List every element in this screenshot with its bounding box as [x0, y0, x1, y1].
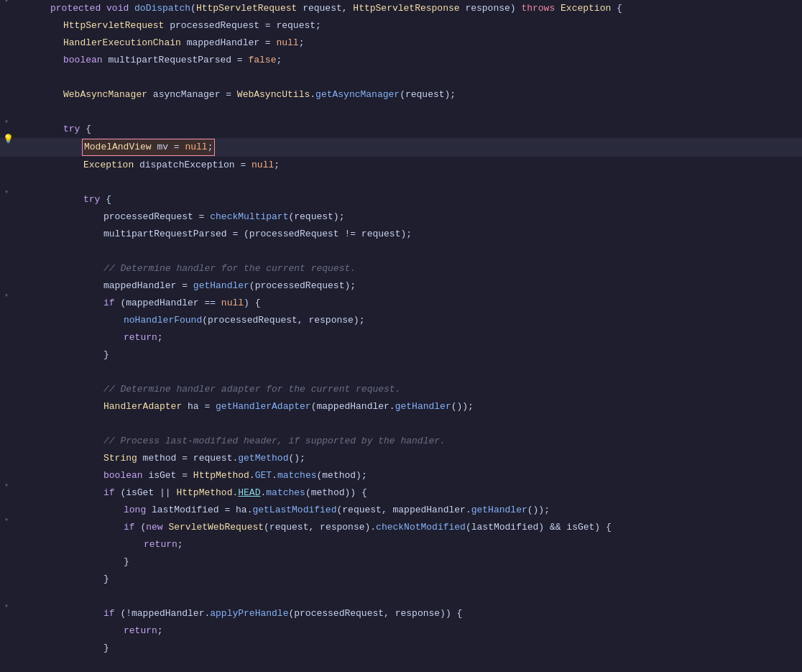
code-line [0, 415, 802, 433]
code-line-content: } [43, 554, 802, 570]
code-line-content: try { [43, 121, 802, 137]
code-line-content: // Determine handler adapter for the cur… [43, 382, 802, 397]
code-line: return; [0, 536, 802, 553]
code-line-content: Exception dispatchException = null; [43, 157, 802, 173]
fold-arrow-icon[interactable]: ▾ [4, 481, 9, 489]
code-line-content [43, 364, 802, 380]
code-line-content: return; [43, 623, 802, 639]
code-line: noHandlerFound(processedRequest, respons… [0, 312, 802, 329]
code-line [0, 103, 802, 121]
code-line-content: if (!mappedHandler.applyPreHandle(proces… [43, 606, 802, 622]
fold-arrow-icon[interactable]: ▾ [4, 515, 9, 524]
fold-arrow-icon[interactable]: ▾ [4, 291, 9, 300]
code-line: return; [0, 622, 802, 640]
code-line [0, 364, 802, 381]
code-line: HandlerExecutionChain mappedHandler = nu… [0, 34, 802, 52]
code-line-content: String method = request.getMethod(); [43, 451, 802, 466]
code-line: ▾ if (mappedHandler == null) { [0, 295, 802, 312]
code-line-content: protected void doDispatch(HttpServletReq… [43, 1, 802, 17]
code-line: ▾ if (!mappedHandler.applyPreHandle(proc… [0, 605, 802, 622]
code-line-content: HandlerExecutionChain mappedHandler = nu… [43, 35, 802, 51]
code-line: } [0, 571, 802, 588]
code-line: long lastModified = ha.getLastModified(r… [0, 502, 802, 519]
code-line: multipartRequestParsed = (processedReque… [0, 226, 802, 243]
code-line-content: if (isGet || HttpMethod.HEAD.matches(met… [43, 485, 802, 501]
code-line-content: return; [43, 537, 802, 553]
code-line-content: try { [43, 192, 802, 208]
code-line-content: long lastModified = ha.getLastModified(r… [43, 502, 802, 518]
code-line-content: // Determine handler for the current req… [43, 261, 802, 277]
code-line: boolean multipartRequestParsed = false; [0, 52, 802, 69]
code-line-content [43, 589, 802, 604]
code-line-content: return; [43, 330, 802, 346]
code-line-content: WebAsyncManager asyncManager = WebAsyncU… [43, 87, 802, 103]
code-line: return; [0, 329, 802, 346]
code-line: ▾ protected void doDispatch(HttpServletR… [0, 0, 802, 17]
code-line: ▾ if (isGet || HttpMethod.HEAD.matches(m… [0, 484, 802, 502]
code-line-content: ModelAndView mv = null; [43, 139, 802, 156]
code-line-content [43, 244, 802, 259]
code-line-content: } [43, 347, 802, 363]
lightbulb-icon[interactable]: 💡 [3, 134, 14, 144]
code-line: // Determine handler adapter for the cur… [0, 381, 802, 398]
code-line: // Process last-modified header, if supp… [0, 433, 802, 450]
code-line-content: boolean isGet = HttpMethod.GET.matches(m… [43, 468, 802, 484]
code-line: } [0, 553, 802, 571]
code-line-content [43, 70, 802, 86]
code-line-content [43, 416, 802, 432]
code-line-content: noHandlerFound(processedRequest, respons… [43, 313, 802, 328]
code-line-content: multipartRequestParsed = (processedReque… [43, 226, 802, 242]
code-line: // Determine handler for the current req… [0, 260, 802, 277]
code-line-content: mappedHandler = getHandler(processedRequ… [43, 278, 802, 294]
code-line-content: if (mappedHandler == null) { [43, 295, 802, 311]
code-line-content: } [43, 571, 802, 587]
fold-arrow-icon[interactable]: ▾ [4, 188, 9, 196]
code-line: boolean isGet = HttpMethod.GET.matches(m… [0, 467, 802, 484]
code-area: ▾ protected void doDispatch(HttpServletR… [0, 0, 802, 672]
code-line: } [0, 346, 802, 364]
code-line: String method = request.getMethod(); [0, 450, 802, 467]
code-line-content [43, 658, 802, 672]
code-line: processedRequest = checkMultipart(reques… [0, 208, 802, 226]
code-line-content: if (new ServletWebRequest(request, respo… [43, 520, 802, 535]
code-line-content [43, 175, 802, 190]
code-line [0, 174, 802, 191]
code-line: HandlerAdapter ha = getHandlerAdapter(ma… [0, 398, 802, 415]
code-line: ▾ try { [0, 191, 802, 208]
code-line-content [43, 104, 802, 120]
code-line: mappedHandler = getHandler(processedRequ… [0, 277, 802, 295]
code-line: ▾ if (new ServletWebRequest(request, res… [0, 519, 802, 536]
code-line [0, 657, 802, 672]
code-line-content: } [43, 640, 802, 656]
code-line-content: HandlerAdapter ha = getHandlerAdapter(ma… [43, 399, 802, 415]
code-line-content: processedRequest = checkMultipart(reques… [43, 209, 802, 225]
editor-container: ▾ protected void doDispatch(HttpServletR… [0, 0, 802, 672]
code-line: Exception dispatchException = null; [0, 157, 802, 174]
code-line-content: // Process last-modified header, if supp… [43, 433, 802, 449]
code-line [0, 588, 802, 605]
code-line: HttpServletRequest processedRequest = re… [0, 17, 802, 34]
code-line: ▾ try { [0, 121, 802, 138]
code-line: } [0, 640, 802, 657]
fold-arrow-icon[interactable]: ▾ [4, 117, 9, 126]
code-line-content: boolean multipartRequestParsed = false; [43, 52, 802, 68]
code-line-content: HttpServletRequest processedRequest = re… [43, 18, 802, 34]
fold-arrow-icon[interactable]: ▾ [4, 602, 9, 610]
code-line: 💡 ModelAndView mv = null; [0, 138, 802, 157]
code-line [0, 243, 802, 260]
fold-arrow-icon[interactable]: ▾ [4, 0, 9, 5]
code-line: WebAsyncManager asyncManager = WebAsyncU… [0, 86, 802, 103]
code-line [0, 69, 802, 86]
